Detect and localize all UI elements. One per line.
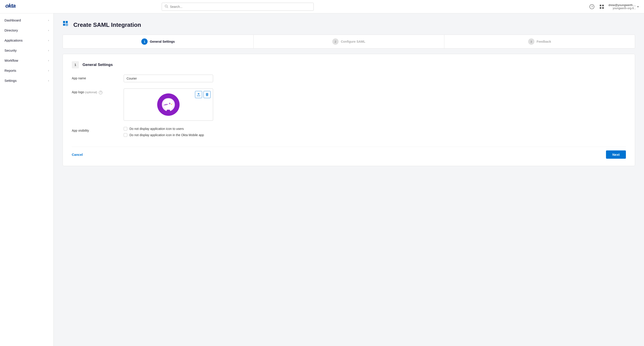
user-menu[interactable]: drew@youngwerth.... youngwerth-org-9... … — [608, 3, 639, 10]
visibility-checkbox-2[interactable] — [124, 133, 127, 137]
visibility-option-1[interactable]: Do not display application icon to users — [124, 127, 626, 131]
app-name-control — [124, 75, 626, 82]
sidebar-item-label: Reports — [4, 69, 16, 72]
sidebar-item-workflow[interactable]: Workflow › — [0, 55, 54, 65]
chevron-down-icon: › — [48, 49, 49, 52]
step-general-settings[interactable]: 1 General Settings — [63, 35, 254, 48]
app-logo-optional: (optional) — [85, 90, 97, 94]
chevron-down-icon: › — [48, 19, 49, 22]
okta-logo: okta — [5, 3, 19, 10]
top-navigation: okta ? drew@you — [0, 0, 644, 13]
sidebar-item-label: Applications — [4, 38, 22, 42]
app-name-row: App name — [72, 75, 626, 82]
app-visibility-label: App visibility — [72, 127, 116, 132]
section-number: 1 — [72, 61, 79, 68]
visibility-option-2[interactable]: Do not display application icon in the O… — [124, 133, 626, 137]
chevron-down-icon: ▾ — [637, 5, 639, 8]
courier-logo-preview — [156, 92, 181, 117]
sidebar-item-reports[interactable]: Reports › — [0, 65, 54, 75]
app-logo-label: App logo (optional) ? — [72, 88, 116, 94]
svg-text:?: ? — [591, 5, 593, 8]
sidebar-item-label: Directory — [4, 28, 18, 32]
sidebar-item-label: Security — [4, 48, 16, 52]
search-bar[interactable] — [162, 3, 314, 11]
app-logo-row: App logo (optional) ? — [72, 88, 626, 121]
app-name-input[interactable] — [124, 75, 213, 82]
step-2-label: Configure SAML — [341, 40, 366, 43]
page-title-row: Create SAML Integration — [62, 20, 635, 29]
svg-rect-10 — [66, 21, 68, 23]
step-3-label: Feedback — [537, 40, 551, 43]
chevron-down-icon: › — [48, 79, 49, 82]
stepper: 1 General Settings 2 Configure SAML 3 Fe… — [62, 35, 635, 48]
search-icon — [164, 4, 168, 9]
step-2-number: 2 — [332, 38, 338, 45]
svg-point-18 — [170, 103, 170, 104]
page-title: Create SAML Integration — [73, 21, 141, 28]
form-card: 1 General Settings App name App logo (op… — [62, 54, 635, 166]
logo-upload-area — [124, 88, 213, 121]
cancel-button[interactable]: Cancel — [72, 153, 83, 156]
app-logo-control — [124, 88, 626, 121]
sidebar-item-label: Dashboard — [4, 18, 21, 22]
main-content: Create SAML Integration 1 General Settin… — [54, 13, 644, 346]
sidebar-item-dashboard[interactable]: Dashboard › — [0, 15, 54, 25]
upload-logo-button[interactable] — [195, 91, 202, 98]
chevron-down-icon: › — [48, 39, 49, 42]
svg-text:okta: okta — [5, 3, 16, 9]
sidebar-item-directory[interactable]: Directory › — [0, 25, 54, 35]
user-email: drew@youngwerth.... — [608, 3, 636, 7]
svg-rect-8 — [602, 7, 604, 9]
svg-rect-11 — [63, 24, 65, 26]
sidebar-item-settings[interactable]: Settings › — [0, 75, 54, 86]
chevron-down-icon: › — [48, 69, 49, 72]
svg-line-2 — [167, 7, 168, 8]
chevron-down-icon: › — [48, 29, 49, 32]
step-feedback[interactable]: 3 Feedback — [444, 35, 635, 48]
user-org: youngwerth-org-9... — [613, 7, 636, 10]
sidebar-item-security[interactable]: Security › — [0, 45, 54, 55]
grid-icon[interactable] — [598, 3, 605, 10]
next-button[interactable]: Next — [606, 150, 626, 159]
chevron-down-icon: › — [48, 59, 49, 62]
svg-rect-7 — [600, 7, 601, 9]
sidebar-item-label: Workflow — [4, 58, 18, 62]
form-actions: Cancel Next — [72, 147, 626, 159]
step-configure-saml[interactable]: 2 Configure SAML — [254, 35, 444, 48]
visibility-label-2: Do not display application icon in the O… — [130, 133, 204, 137]
sidebar-item-label: Settings — [4, 79, 16, 82]
svg-rect-6 — [602, 5, 604, 6]
search-input[interactable] — [170, 5, 311, 8]
app-logo-help-icon[interactable]: ? — [99, 91, 102, 94]
visibility-checkbox-1[interactable] — [124, 127, 127, 131]
logo-actions — [195, 91, 211, 98]
sidebar: Dashboard › Directory › Applications › S… — [0, 13, 54, 346]
help-icon[interactable]: ? — [589, 3, 595, 10]
step-1-number: 1 — [141, 38, 148, 45]
sidebar-item-applications[interactable]: Applications › — [0, 35, 54, 45]
svg-rect-9 — [63, 21, 65, 23]
delete-logo-button[interactable] — [204, 91, 211, 98]
step-3-number: 3 — [528, 38, 534, 45]
grid-plus-icon — [62, 20, 71, 29]
section-title: General Settings — [82, 63, 113, 67]
app-visibility-row: App visibility Do not display applicatio… — [72, 127, 626, 139]
app-name-label: App name — [72, 75, 116, 80]
step-1-label: General Settings — [150, 40, 175, 43]
svg-rect-5 — [600, 5, 601, 6]
form-section-header: 1 General Settings — [72, 61, 626, 68]
visibility-label-1: Do not display application icon to users — [130, 127, 184, 131]
nav-right: ? drew@youngwerth.... youngwerth-org-9..… — [589, 3, 639, 10]
app-visibility-control: Do not display application icon to users… — [124, 127, 626, 139]
